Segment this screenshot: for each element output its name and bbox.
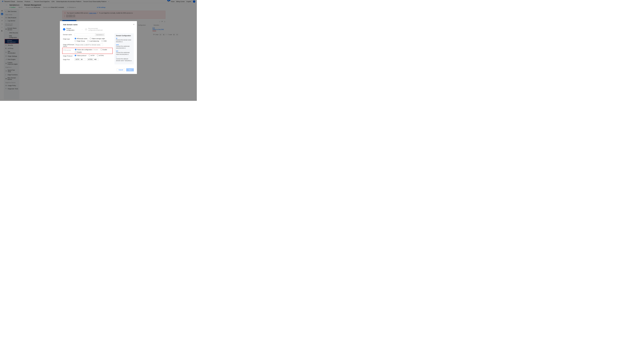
cancel-button[interactable]: Cancel [117, 68, 125, 71]
port-https-label: HTTPS [87, 58, 94, 61]
domain-name-label: Domain name [63, 33, 74, 35]
domain-name-input[interactable] [74, 33, 95, 36]
step-2: 2 Recommended configuration(Optional) [85, 28, 101, 31]
origin-type-vod[interactable]: VOD [101, 40, 107, 42]
ipv6-disable[interactable]: Disable [75, 51, 82, 53]
origin-type-lb[interactable]: Load balancing [87, 40, 99, 42]
origin-protocol-label: Origin Protocol [63, 55, 74, 57]
domain-config-help: Domain Configuration @Connect the domain… [114, 33, 134, 64]
ipv6-label: IPv6 access [63, 49, 75, 51]
origin-type-label: Origin type [63, 38, 74, 40]
port-https-input[interactable] [94, 58, 99, 61]
add-domain-modal: Add domain name ✕ 1 Domain configuration… [60, 21, 137, 74]
ipv6-follow[interactable]: Follow site configuration:Disable [75, 49, 98, 50]
close-icon[interactable]: ✕ [133, 23, 134, 25]
origin-type-group[interactable]: Origin Group [74, 40, 85, 42]
origin-type-ip[interactable]: IP/Domain name [74, 38, 87, 39]
port-http-label: HTTP [74, 58, 80, 61]
domain-suffix: .barrytest.cc [95, 33, 104, 36]
next-button[interactable]: Next [126, 68, 134, 71]
ipv6-row-highlight: IPv6 access Follow site configuration:Di… [62, 48, 113, 54]
origin-port-label: Origin Port [63, 58, 74, 60]
ipv6-enable[interactable]: Enable [100, 49, 107, 50]
origin-type-object-storage[interactable]: Object storage origin [90, 38, 105, 39]
proto-http[interactable]: HTTP [88, 55, 94, 56]
port-http-input[interactable] [80, 58, 86, 61]
origin-ip-input[interactable] [74, 43, 103, 46]
modal-steps: 1 Domain configuration › 2 Recommended c… [63, 28, 134, 31]
step-1: 1 Domain configuration [63, 28, 79, 31]
modal-overlay: Add domain name ✕ 1 Domain configuration… [0, 0, 197, 101]
proto-https[interactable]: HTTPS [97, 55, 104, 56]
chevron-right-icon: › [82, 28, 82, 30]
modal-title: Add domain name [63, 24, 134, 26]
origin-ip-label: Origin (IP/Domain name) [63, 43, 74, 47]
proto-follow[interactable]: Follow protocol [74, 55, 86, 56]
